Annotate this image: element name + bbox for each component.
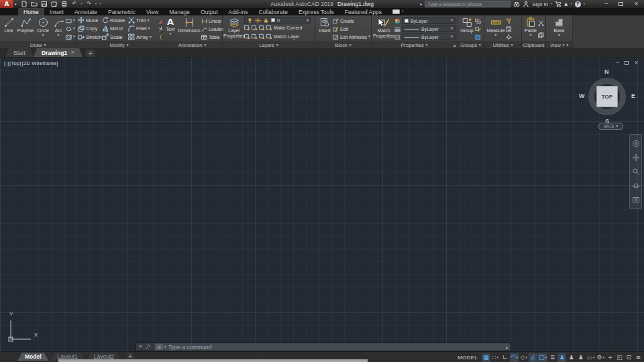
ucs-icon[interactable]: Y X [5,314,38,342]
text-button[interactable]: A Text ▾ [164,16,177,42]
groups-panel-title[interactable]: Groups▾ [458,42,484,48]
autodesk-exchange-icon[interactable]: ▲ [564,2,568,7]
autocad-logo-button[interactable]: A [0,0,13,8]
orbit-icon[interactable] [632,182,640,190]
cut-button[interactable] [538,19,544,27]
paste-button[interactable]: Paste ▾ [523,16,538,42]
recent-commands-caret-icon[interactable]: ▾ [164,345,166,349]
quick-select-button[interactable] [506,17,515,25]
viewcube-top-face[interactable]: TOP [596,86,618,107]
qat-customize-caret-icon[interactable]: ▾ [99,3,101,6]
viewport-menu-control[interactable]: [-] [4,60,9,66]
utilities-panel-title[interactable]: Utilities▾ [484,42,521,48]
scale-button[interactable]: Scale [102,34,128,40]
model-space-badge[interactable]: MODEL [458,355,478,361]
object-snap-tracking-button[interactable]: ∠ [529,353,537,362]
command-customize-wrench-icon[interactable] [145,345,150,350]
viewcube-west[interactable]: W [579,93,585,99]
group-button[interactable]: Group [459,16,475,42]
help-button[interactable]: ? [575,1,581,7]
block-panel-title[interactable]: Block▾ [315,42,371,48]
tab-close-icon[interactable]: × [70,50,74,55]
polyline-button[interactable]: Polyline [16,16,35,42]
search-input[interactable] [425,1,511,7]
tab-output[interactable]: Output [195,8,223,15]
search-binoculars-icon[interactable] [513,1,520,7]
scale-list-button[interactable]: ▭▾ [586,353,595,362]
viewcube-east[interactable]: E [631,93,635,99]
command-close-icon[interactable]: × [139,345,143,349]
recent-commands-button[interactable]: > [156,344,163,350]
file-tab-start[interactable]: Start [5,48,34,57]
pan-icon[interactable] [632,154,640,162]
command-history-up-icon[interactable]: ▴ [506,345,508,349]
tab-view[interactable]: View [141,8,164,15]
save-button[interactable] [41,1,48,8]
properties-panel-title[interactable]: Properties▾ [372,42,457,48]
save-as-button[interactable] [51,1,58,8]
line-button[interactable]: Line [1,16,16,42]
viewport-visual-style-control[interactable]: [2D Wireframe] [21,60,58,66]
drawing-restore-button[interactable] [625,61,629,65]
file-tab-drawing1[interactable]: Drawing1× [34,48,83,57]
command-line[interactable]: × > ▾ Type a command ▴ [136,343,511,351]
clean-screen-button[interactable]: ⊡ [625,353,633,362]
redo-button[interactable]: ↷ [85,1,93,8]
undo-caret-icon[interactable]: ▾ [81,3,83,6]
wcs-menu[interactable]: WCS▾ [598,123,623,130]
app-store-cart-icon[interactable] [555,1,561,7]
table-button[interactable]: Table [201,33,221,41]
model-tab[interactable]: Model [17,353,49,361]
command-input[interactable]: Type a command [168,344,212,351]
base-button[interactable]: Base ▾ [550,16,569,42]
tab-collaborate[interactable]: Collaborate [253,8,292,15]
block-create-button[interactable]: Create [333,17,370,25]
annotation-scale-button[interactable]: ♟ [576,353,585,362]
viewport-view-control[interactable]: [Top] [9,60,21,66]
showmotion-icon[interactable] [632,196,640,204]
tab-insert[interactable]: Insert [44,8,69,15]
quick-calc-button[interactable] [506,25,515,33]
properties-dialog-launcher[interactable] [453,44,455,47]
stretch-button[interactable]: Stretch [78,34,102,40]
ungroup-button[interactable] [475,17,482,25]
ellipse-button[interactable]: ▾ [66,25,75,33]
isometric-drafting-button[interactable]: ◇▾ [519,353,528,362]
object-snap-button[interactable]: □▾ [538,353,547,362]
grid-display-button[interactable]: ▦ [482,353,490,362]
mirror-button[interactable]: Mirror [102,25,128,32]
match-properties-button[interactable]: Match Properties [373,16,394,42]
drawing-canvas[interactable]: [-] [Top] [2D Wireframe] ‒ × N W E S TOP… [0,58,644,351]
arc-button[interactable]: Arc ▾ [51,16,66,42]
circle-button[interactable]: Circle ▾ [35,16,51,42]
lineweight-display-button[interactable]: ≣ [548,353,557,362]
array-button[interactable]: Array▾ [128,34,156,40]
plot-button[interactable] [61,1,68,8]
match-layer-button[interactable]: Match Layer [244,33,313,41]
trim-button[interactable]: Trim▾ [128,17,156,23]
annotation-panel-title[interactable]: Annotation▾ [162,42,222,48]
measure-button[interactable]: Measure ▾ [486,16,506,42]
linetype-dropdown[interactable]: ByLayer▾ [402,34,455,40]
view-panel-title[interactable]: View▾▾ [546,42,572,48]
annotation-visibility-button[interactable]: ♟ [557,353,566,362]
group-selectable-button[interactable] [475,33,482,41]
tab-annotate[interactable]: Annotate [69,8,103,15]
infocenter-expand-icon[interactable]: ▸ [420,2,422,6]
copy-button[interactable]: Copy [78,25,102,32]
navigation-wheel-icon[interactable] [632,139,640,147]
zoom-icon[interactable] [632,168,640,176]
app-menu-caret-icon[interactable]: ▾ [15,3,17,6]
lineweight-dropdown[interactable]: ByLayer▾ [402,25,455,32]
undo-button[interactable]: ↶ [71,1,78,8]
sign-in-button[interactable]: Sign In [532,1,547,7]
minimize-button[interactable]: ‒ [604,1,608,7]
annotation-monitor-button[interactable]: + [606,353,614,362]
id-point-button[interactable] [506,33,515,41]
open-button[interactable] [31,1,38,8]
exchange-caret-icon[interactable]: ▾ [570,3,572,6]
move-button[interactable]: Move [78,17,102,23]
copy-clip-button[interactable] [538,31,544,39]
new-drawing-button[interactable] [21,1,28,8]
layer-dropdown[interactable]: 0 ▾ [244,17,311,23]
